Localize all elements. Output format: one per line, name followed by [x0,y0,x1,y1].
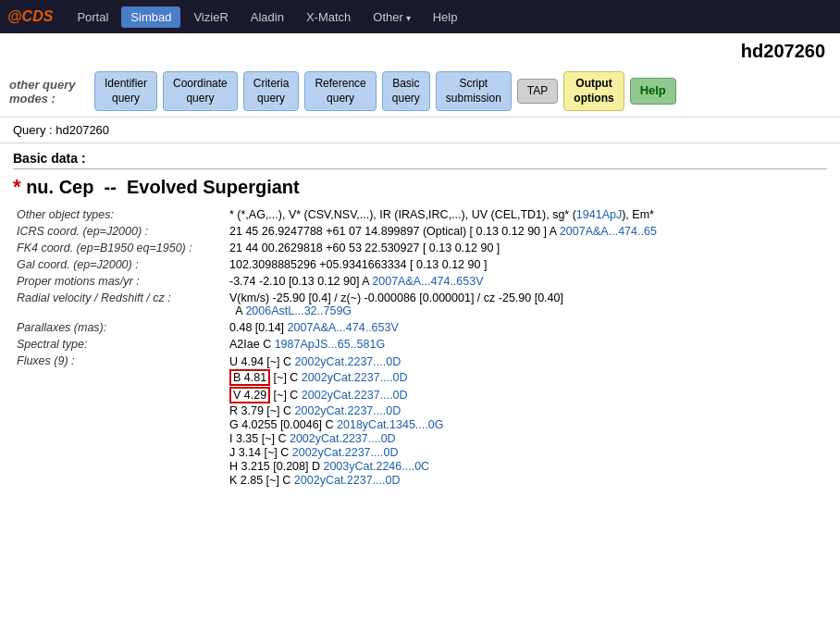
query-modes-bar: other querymodes : Identifierquery Coord… [0,66,840,118]
parallax-ref-link[interactable]: 2007A&A...474..653V [288,321,399,334]
flux-h: H 3.215 [0.208] D 2003yCat.2246....0C [229,460,823,473]
sptype-ref-link[interactable]: 1987ApJS...65..581G [275,338,386,351]
pm-ref-link[interactable]: 2007A&A...474..653V [372,275,483,288]
flux-v-box: V 4.29 [229,387,270,403]
table-row: FK4 coord. (ep=B1950 eq=1950) : 21 44 00… [13,240,827,256]
table-row: Other object types: * (*,AG,...), V* (CS… [13,206,827,223]
flux-g-ref[interactable]: 2018yCat.1345....0G [337,418,443,431]
field-value: -3.74 -2.10 [0.13 0.12 90] A 2007A&A...4… [226,273,827,290]
table-row: Proper motions mas/yr : -3.74 -2.10 [0.1… [13,273,827,290]
ref-link[interactable]: 1941ApJ [576,208,622,221]
table-row: Spectral type: A2Iae C 1987ApJS...65..58… [13,336,827,353]
field-label: Proper motions mas/yr : [13,273,226,290]
flux-r-ref[interactable]: 2002yCat.2237....0D [295,404,401,417]
flux-h-ref[interactable]: 2003yCat.2246....0C [323,460,429,473]
field-label: Fluxes (9) : [13,353,226,490]
fluxes-cell: U 4.94 [~] C 2002yCat.2237....0D B 4.81 … [226,353,827,490]
reference-query-button[interactable]: Referencequery [304,71,376,111]
basic-query-button[interactable]: Basicquery [382,71,430,111]
flux-v: V 4.29 [~] C 2002yCat.2237....0D [229,387,823,403]
object-name-text: nu. Cep -- Evolved Supergiant [26,177,300,197]
flux-v-ref[interactable]: 2002yCat.2237....0D [302,389,408,402]
nav-aladin[interactable]: Aladin [241,6,293,28]
nav-xmatch[interactable]: X-Match [297,6,360,28]
field-label: Gal coord. (ep=J2000) : [13,256,226,273]
nav-portal[interactable]: Portal [68,6,117,28]
flux-r: R 3.79 [~] C 2002yCat.2237....0D [229,404,823,417]
icrs-ref-link[interactable]: 2007A&A...474..65 [560,225,657,238]
flux-i: I 3.35 [~] C 2002yCat.2237....0D [229,432,823,445]
field-value: 21 44 00.2629818 +60 53 22.530927 [ 0.13… [226,240,827,256]
script-submission-button[interactable]: Scriptsubmission [436,71,512,111]
query-modes-label: other querymodes : [9,78,83,105]
nav-help[interactable]: Help [424,6,467,28]
flux-k: K 2.85 [~] C 2002yCat.2237....0D [229,474,823,487]
flux-b: B 4.81 [~] C 2002yCat.2237....0D [229,369,823,386]
flux-b-ref[interactable]: 2002yCat.2237....0D [302,371,408,384]
query-line: Query : hd207260 [0,118,840,143]
field-label: Parallaxes (mas): [13,319,226,336]
help-button[interactable]: Help [630,78,676,105]
flux-k-ref[interactable]: 2002yCat.2237....0D [294,474,401,487]
cds-logo: @CDS [7,8,53,25]
flux-b-box: B 4.81 [229,369,270,386]
tap-button[interactable]: TAP [517,79,558,105]
flux-u: U 4.94 [~] C 2002yCat.2237....0D [229,355,823,368]
field-value: 0.48 [0.14] 2007A&A...474..653V [226,319,827,336]
basic-data-title: Basic data : [13,151,827,169]
field-value: 102.3098885296 +05.9341663334 [ 0.13 0.1… [226,256,827,273]
main-content: Basic data : * nu. Cep -- Evolved Superg… [0,143,840,497]
table-row: ICRS coord. (ep=J2000) : 21 45 26.924778… [13,223,827,240]
field-value: * (*,AG,...), V* (CSV,NSV,...), IR (IRAS… [226,206,827,223]
field-label: Other object types: [13,206,226,223]
object-name: * nu. Cep -- Evolved Supergiant [13,175,827,199]
flux-g: G 4.0255 [0.0046] C 2018yCat.1345....0G [229,418,823,431]
field-label: FK4 coord. (ep=B1950 eq=1950) : [13,240,226,256]
table-row: Fluxes (9) : U 4.94 [~] C 2002yCat.2237.… [13,353,827,490]
field-label: Radial velocity / Redshift / cz : [13,290,226,319]
field-value: 21 45 26.9247788 +61 07 14.899897 (Optic… [226,223,827,240]
flux-i-ref[interactable]: 2002yCat.2237....0D [290,432,396,445]
nav-simbad[interactable]: Simbad [121,6,180,28]
criteria-query-button[interactable]: Criteriaquery [243,71,300,111]
flux-j: J 3.14 [~] C 2002yCat.2237....0D [229,446,823,459]
field-value: V(km/s) -25.90 [0.4] / z(~) -0.000086 [0… [226,290,827,319]
identifier-query-button[interactable]: Identifierquery [94,71,157,111]
table-row: Gal coord. (ep=J2000) : 102.3098885296 +… [13,256,827,273]
star-symbol: * [13,175,21,198]
table-row: Radial velocity / Redshift / cz : V(km/s… [13,290,827,319]
output-options-button[interactable]: Outputoptions [563,71,624,111]
rv-ref-link[interactable]: 2006AstL...32..759G [245,304,352,317]
coordinate-query-button[interactable]: Coordinatequery [163,71,238,111]
flux-j-ref[interactable]: 2002yCat.2237....0D [292,446,399,459]
nav-vizier[interactable]: VizieR [184,6,237,28]
field-value: A2Iae C 1987ApJS...65..581G [226,336,827,353]
table-row: Parallaxes (mas): 0.48 [0.14] 2007A&A...… [13,319,827,336]
page-title: hd207260 [0,33,840,66]
field-label: Spectral type: [13,336,226,353]
field-label: ICRS coord. (ep=J2000) : [13,223,226,240]
basic-data-table: Other object types: * (*,AG,...), V* (CS… [13,206,827,490]
nav-other[interactable]: Other [364,6,419,28]
flux-u-ref[interactable]: 2002yCat.2237....0D [295,355,401,368]
topbar: @CDS Portal Simbad VizieR Aladin X-Match… [0,0,840,33]
